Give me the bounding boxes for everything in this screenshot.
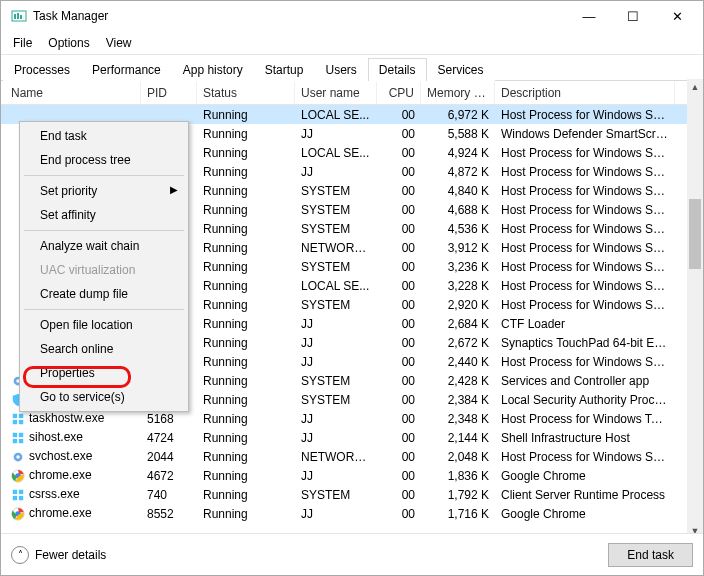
svg-rect-6	[13, 414, 17, 418]
cell-user: JJ	[295, 411, 377, 427]
ctx-set-priority[interactable]: Set priority▶	[22, 179, 186, 203]
tab-services[interactable]: Services	[427, 58, 495, 81]
cell-status: Running	[197, 145, 295, 161]
cell-cpu: 00	[377, 373, 421, 389]
tab-users[interactable]: Users	[314, 58, 367, 81]
cell-cpu: 00	[377, 316, 421, 332]
cell-desc: CTF Loader	[495, 316, 675, 332]
cell-name: svchost.exe	[5, 448, 141, 465]
menu-separator	[24, 230, 184, 231]
cell-status: Running	[197, 278, 295, 294]
cell-status: Running	[197, 164, 295, 180]
cell-status: Running	[197, 202, 295, 218]
cell-desc: Host Process for Windows Servi	[495, 259, 675, 275]
tab-processes[interactable]: Processes	[3, 58, 81, 81]
table-row[interactable]: chrome.exe8552RunningJJ001,716 KGoogle C…	[1, 504, 703, 523]
cell-mem: 5,588 K	[421, 126, 495, 142]
cell-desc: Host Process for Windows Servi	[495, 107, 675, 123]
tab-startup[interactable]: Startup	[254, 58, 315, 81]
ctx-go-to-service-s-[interactable]: Go to service(s)	[22, 385, 186, 409]
cell-user: NETWORK...	[295, 240, 377, 256]
cell-user: LOCAL SE...	[295, 107, 377, 123]
menu-file[interactable]: File	[5, 33, 40, 53]
cell-user: JJ	[295, 126, 377, 142]
cell-mem: 2,684 K	[421, 316, 495, 332]
cell-mem: 6,972 K	[421, 107, 495, 123]
cell-cpu: 00	[377, 506, 421, 522]
cell-name: taskhostw.exe	[5, 410, 141, 427]
table-row[interactable]: svchost.exe2044RunningNETWORK...002,048 …	[1, 447, 703, 466]
cell-desc: Host Process for Windows Servi	[495, 297, 675, 313]
menu-bar: FileOptionsView	[1, 31, 703, 55]
scroll-thumb[interactable]	[689, 199, 701, 269]
cell-status: Running	[197, 240, 295, 256]
cell-mem: 4,536 K	[421, 221, 495, 237]
cell-desc: Host Process for Windows Servi	[495, 354, 675, 370]
header-user[interactable]: User name	[295, 82, 377, 104]
close-button[interactable]: ✕	[655, 1, 699, 31]
gear-icon	[11, 450, 25, 464]
cell-status: Running	[197, 221, 295, 237]
menu-view[interactable]: View	[98, 33, 140, 53]
menu-options[interactable]: Options	[40, 33, 97, 53]
maximize-button[interactable]: ☐	[611, 1, 655, 31]
cell-user: JJ	[295, 335, 377, 351]
ctx-set-affinity[interactable]: Set affinity	[22, 203, 186, 227]
tab-app-history[interactable]: App history	[172, 58, 254, 81]
cell-mem: 3,236 K	[421, 259, 495, 275]
table-row[interactable]: sihost.exe4724RunningJJ002,144 KShell In…	[1, 428, 703, 447]
cell-cpu: 00	[377, 145, 421, 161]
ctx-end-process-tree[interactable]: End process tree	[22, 148, 186, 172]
chevron-up-icon: ˄	[11, 546, 29, 564]
cell-mem: 4,688 K	[421, 202, 495, 218]
cell-mem: 4,872 K	[421, 164, 495, 180]
cell-cpu: 00	[377, 430, 421, 446]
table-row[interactable]: csrss.exe740RunningSYSTEM001,792 KClient…	[1, 485, 703, 504]
ctx-open-file-location[interactable]: Open file location	[22, 313, 186, 337]
cell-desc: Google Chrome	[495, 506, 675, 522]
ctx-analyze-wait-chain[interactable]: Analyze wait chain	[22, 234, 186, 258]
tab-performance[interactable]: Performance	[81, 58, 172, 81]
cell-status: Running	[197, 506, 295, 522]
header-name[interactable]: Name	[5, 82, 141, 104]
ctx-end-task[interactable]: End task	[22, 124, 186, 148]
header-description[interactable]: Description	[495, 82, 675, 104]
title-bar: Task Manager — ☐ ✕	[1, 1, 703, 31]
svg-rect-20	[13, 496, 17, 500]
cell-cpu: 00	[377, 202, 421, 218]
cell-user: NETWORK...	[295, 449, 377, 465]
cell-cpu: 00	[377, 183, 421, 199]
fewer-details-toggle[interactable]: ˄ Fewer details	[11, 546, 608, 564]
cell-user: SYSTEM	[295, 221, 377, 237]
cell-status: Running	[197, 297, 295, 313]
svg-rect-10	[13, 433, 17, 437]
cell-mem: 1,792 K	[421, 487, 495, 503]
ctx-create-dump-file[interactable]: Create dump file	[22, 282, 186, 306]
svg-rect-19	[19, 490, 23, 494]
ctx-properties[interactable]: Properties	[22, 361, 186, 385]
cell-pid: 2044	[141, 449, 197, 465]
header-pid[interactable]: PID	[141, 82, 197, 104]
context-menu: End taskEnd process treeSet priority▶Set…	[19, 121, 189, 412]
cell-cpu: 00	[377, 221, 421, 237]
header-memory[interactable]: Memory (p...	[421, 82, 495, 104]
ctx-search-online[interactable]: Search online	[22, 337, 186, 361]
cell-status: Running	[197, 126, 295, 142]
header-cpu[interactable]: CPU	[377, 82, 421, 104]
chrome-icon	[11, 507, 25, 521]
cell-desc: Host Process for Windows Tasks	[495, 411, 675, 427]
svg-rect-9	[19, 420, 23, 424]
cell-status: Running	[197, 107, 295, 123]
cell-mem: 2,428 K	[421, 373, 495, 389]
end-task-button[interactable]: End task	[608, 543, 693, 567]
table-row[interactable]: chrome.exe4672RunningJJ001,836 KGoogle C…	[1, 466, 703, 485]
minimize-button[interactable]: —	[567, 1, 611, 31]
tab-details[interactable]: Details	[368, 58, 427, 81]
cell-pid	[141, 114, 197, 116]
scroll-up-arrow[interactable]: ▲	[687, 79, 703, 95]
cell-user: JJ	[295, 506, 377, 522]
cell-user: SYSTEM	[295, 183, 377, 199]
vertical-scrollbar[interactable]: ▲ ▼	[687, 79, 703, 539]
cell-desc: Host Process for Windows Servi	[495, 145, 675, 161]
header-status[interactable]: Status	[197, 82, 295, 104]
